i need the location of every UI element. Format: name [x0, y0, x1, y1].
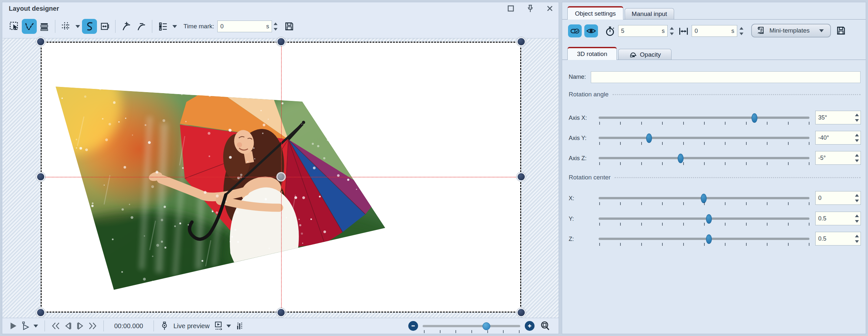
- close-button[interactable]: [546, 4, 554, 13]
- center-x-value-box[interactable]: 0: [815, 191, 861, 205]
- add-point-button[interactable]: [119, 19, 134, 34]
- handle-top-center[interactable]: [277, 37, 286, 46]
- center-z-thumb[interactable]: [706, 234, 712, 244]
- grid-icon: [61, 21, 71, 32]
- next-frame-icon: [75, 321, 85, 331]
- layers-button[interactable]: [37, 19, 52, 34]
- grid-options-caret[interactable]: [75, 25, 80, 28]
- mini-templates-dropdown[interactable]: Mini-templates: [751, 24, 831, 37]
- center-y-value-box[interactable]: 0.5: [815, 212, 861, 225]
- handle-bottom-right[interactable]: [517, 308, 526, 317]
- center-z-spinner[interactable]: [854, 235, 861, 243]
- handle-middle-left[interactable]: [36, 172, 45, 181]
- axis-z-thumb[interactable]: [678, 154, 684, 163]
- axis-x-value-box[interactable]: 35°: [815, 111, 861, 124]
- center-y-thumb[interactable]: [706, 214, 712, 224]
- axis-y-spinner[interactable]: [854, 134, 861, 142]
- center-y-slider[interactable]: [599, 218, 809, 220]
- save-template-button[interactable]: [835, 24, 847, 37]
- axis-y-value-box[interactable]: -40°: [815, 131, 861, 145]
- handle-middle-right[interactable]: [517, 172, 526, 181]
- center-z-ticks: [599, 243, 809, 246]
- name-input[interactable]: [591, 71, 861, 83]
- center-z-slider[interactable]: [599, 238, 809, 240]
- axis-y-slider[interactable]: [599, 137, 809, 139]
- link-parameters-button[interactable]: [568, 24, 582, 37]
- edit-curve-button[interactable]: [22, 19, 37, 34]
- axis-y-thumb[interactable]: [646, 134, 652, 143]
- tab-manual-input[interactable]: Manual input: [625, 8, 674, 20]
- axis-x-spinner[interactable]: [854, 114, 861, 122]
- time-mark-input[interactable]: 0 s: [217, 21, 272, 32]
- go-to-start-button[interactable]: [50, 320, 62, 332]
- preview-window-button[interactable]: [212, 320, 224, 332]
- remove-point-button[interactable]: [134, 19, 149, 34]
- previous-frame-button[interactable]: [62, 320, 74, 332]
- select-icon: [9, 21, 20, 32]
- axis-z-value-box[interactable]: -5°: [815, 151, 861, 165]
- center-x-slider[interactable]: [599, 197, 809, 199]
- live-preview-label: Live preview: [174, 322, 210, 330]
- play-button[interactable]: [7, 320, 19, 332]
- handle-top-right[interactable]: [517, 37, 526, 46]
- grid-button[interactable]: [59, 19, 73, 34]
- duration-spinner[interactable]: [668, 25, 675, 37]
- visibility-button[interactable]: [584, 24, 598, 37]
- axis-y-label: Axis Y:: [569, 135, 587, 142]
- frame-move-button[interactable]: [97, 19, 112, 34]
- handle-center[interactable]: [277, 172, 286, 181]
- offset-width-button[interactable]: [677, 25, 690, 37]
- handle-bottom-center[interactable]: [277, 308, 286, 317]
- tab-object-settings[interactable]: Object settings: [567, 6, 623, 20]
- play-options-caret[interactable]: [33, 325, 38, 328]
- axis-x-thumb[interactable]: [751, 113, 757, 123]
- offset-input[interactable]: 0 s: [692, 25, 737, 37]
- pin-button[interactable]: [526, 4, 534, 13]
- center-y-spinner[interactable]: [854, 215, 861, 223]
- save-icon: [284, 21, 295, 32]
- center-z-value-box[interactable]: 0.5: [815, 232, 861, 246]
- axis-z-label: Axis Z:: [569, 155, 587, 162]
- select-object-button[interactable]: [7, 19, 22, 34]
- spline-icon: [84, 21, 95, 32]
- axis-x-slider[interactable]: [599, 117, 809, 119]
- axis-z-spinner[interactable]: [854, 154, 861, 162]
- offset-spinner[interactable]: [738, 25, 745, 37]
- duration-input[interactable]: 5 s: [618, 25, 668, 37]
- preview-window-icon: [213, 321, 223, 331]
- duration-stopwatch-button[interactable]: [604, 25, 616, 37]
- zoom-slider-ticks: [424, 330, 519, 333]
- axis-x-row: Axis X: 35°: [562, 112, 866, 129]
- zoom-out-button[interactable]: [408, 321, 418, 331]
- stats-button[interactable]: [233, 320, 245, 332]
- live-preview-pin-button[interactable]: [158, 320, 171, 332]
- play-from-marker-button[interactable]: [19, 320, 32, 332]
- handle-top-left[interactable]: [36, 37, 45, 46]
- handle-bottom-left[interactable]: [36, 308, 45, 317]
- axis-z-row: Axis Z: -5°: [562, 152, 866, 169]
- preview-options-caret[interactable]: [226, 325, 231, 328]
- add-point-icon: [121, 21, 132, 32]
- zoom-slider-thumb[interactable]: [483, 322, 490, 330]
- canvas-zoom-slider[interactable]: [423, 325, 520, 327]
- next-frame-button[interactable]: [74, 320, 87, 332]
- zoom-fit-button[interactable]: [539, 320, 552, 332]
- go-to-end-button[interactable]: [87, 320, 99, 332]
- points-list-button[interactable]: [156, 19, 170, 34]
- eye-icon: [586, 26, 596, 36]
- templates-icon: [756, 26, 766, 35]
- mini-templates-label: Mini-templates: [769, 27, 810, 34]
- save-layout-button[interactable]: [282, 19, 297, 34]
- tab-opacity[interactable]: Opacity: [618, 49, 672, 60]
- name-label: Name:: [569, 74, 586, 80]
- zoom-in-button[interactable]: [525, 321, 534, 331]
- center-x-spinner[interactable]: [854, 194, 861, 202]
- axis-z-slider[interactable]: [599, 157, 809, 159]
- tab-3d-rotation[interactable]: 3D rotation: [567, 47, 617, 60]
- center-x-thumb[interactable]: [701, 194, 707, 203]
- skip-start-icon: [51, 321, 61, 331]
- maximize-button[interactable]: [506, 4, 515, 13]
- spline-mode-button[interactable]: [82, 19, 97, 34]
- points-list-caret[interactable]: [173, 25, 177, 28]
- time-mark-spinner[interactable]: [272, 23, 279, 31]
